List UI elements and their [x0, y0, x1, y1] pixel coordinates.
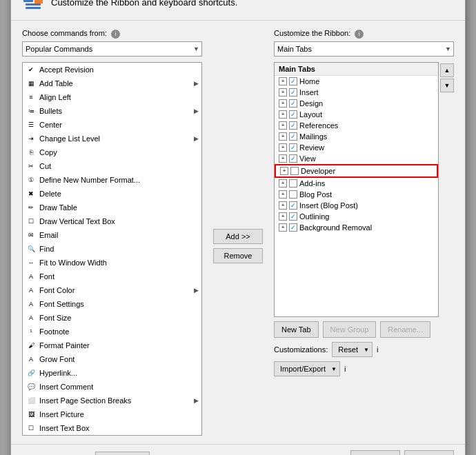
- expand-icon[interactable]: +: [279, 212, 287, 221]
- list-item-icon: ✉: [26, 230, 37, 241]
- list-item[interactable]: AFont Color▶: [23, 283, 201, 297]
- tree-item-checkbox[interactable]: [289, 110, 297, 119]
- expand-icon[interactable]: +: [279, 88, 287, 97]
- list-item[interactable]: ✔Accept Revision: [23, 63, 201, 77]
- expand-icon[interactable]: +: [279, 143, 287, 152]
- tree-item-checkbox[interactable]: [289, 132, 297, 141]
- tree-item[interactable]: +Developer: [275, 164, 438, 178]
- list-item-icon: ≔: [26, 105, 37, 117]
- tree-item[interactable]: +Review: [275, 142, 438, 153]
- remove-button[interactable]: Remove: [213, 248, 263, 263]
- tree-item[interactable]: +View: [275, 153, 438, 164]
- tree-item-checkbox[interactable]: [289, 212, 297, 221]
- tree-item[interactable]: +Mailings: [275, 131, 438, 142]
- tree-item[interactable]: +Home: [275, 76, 438, 87]
- tree-item-checkbox[interactable]: [289, 143, 297, 152]
- list-item[interactable]: ⬜Insert Page Section Breaks▶: [23, 394, 201, 407]
- list-item-icon: 🖌: [26, 340, 37, 351]
- list-item[interactable]: 🖌Format Painter: [23, 338, 201, 352]
- list-item[interactable]: ☐Draw Vertical Text Box: [23, 214, 201, 228]
- rename-button[interactable]: Rename...: [380, 321, 430, 338]
- left-list-box[interactable]: ✔Accept Revision▦Add Table▶≡Align Left≔B…: [22, 62, 202, 436]
- list-item[interactable]: 🔗Hyperlink...: [23, 366, 201, 380]
- ok-button[interactable]: OK: [350, 450, 400, 455]
- expand-icon[interactable]: +: [279, 121, 287, 130]
- list-item-label: Cut: [39, 162, 51, 170]
- new-group-button[interactable]: New Group: [323, 321, 377, 338]
- tree-item-checkbox[interactable]: [289, 121, 297, 130]
- list-item-icon: ☐: [26, 423, 37, 434]
- list-item[interactable]: ▦Add Table▶: [23, 77, 201, 90]
- list-item[interactable]: ↔Fit to Window Width: [23, 256, 201, 270]
- tree-item[interactable]: +Design: [275, 98, 438, 109]
- list-item[interactable]: ①Define New Number Format...: [23, 173, 201, 187]
- tree-item-checkbox[interactable]: [289, 88, 297, 97]
- expand-icon[interactable]: +: [279, 132, 287, 141]
- list-item[interactable]: ☐Insert Text Box: [23, 421, 201, 435]
- tree-item[interactable]: +Insert (Blog Post): [275, 200, 438, 211]
- list-item-arrow-icon: ▶: [194, 108, 199, 114]
- list-item[interactable]: AFont Settings: [23, 297, 201, 311]
- list-item[interactable]: ☰Center: [23, 118, 201, 132]
- scroll-up-button[interactable]: ▲: [440, 63, 454, 77]
- tree-item-checkbox[interactable]: [289, 223, 297, 232]
- import-export-button[interactable]: Import/Export ▼: [274, 361, 340, 376]
- list-item[interactable]: ✖Delete: [23, 187, 201, 201]
- tree-item-checkbox[interactable]: [289, 179, 297, 188]
- dialog-footer: Keyboard shortcuts: Customize... OK Canc…: [11, 444, 465, 455]
- customize-shortcuts-button[interactable]: Customize...: [95, 452, 150, 455]
- tree-item-checkbox[interactable]: [289, 77, 297, 85]
- cancel-button[interactable]: Cancel: [404, 450, 454, 455]
- tree-item[interactable]: +Blog Post: [275, 189, 438, 200]
- list-item[interactable]: ✂Cut: [23, 159, 201, 173]
- expand-icon[interactable]: +: [279, 154, 287, 163]
- list-item[interactable]: 🔍Find: [23, 242, 201, 256]
- import-export-arrow-icon: ▼: [331, 365, 337, 372]
- list-item[interactable]: 💬Insert Comment: [23, 380, 201, 394]
- list-item-icon: A: [26, 271, 37, 282]
- right-list-box[interactable]: Main Tabs+Home+Insert+Design+Layout+Refe…: [274, 62, 439, 317]
- scroll-down-button[interactable]: ▼: [440, 79, 454, 92]
- list-item[interactable]: ✏Draw Table: [23, 201, 201, 214]
- expand-icon[interactable]: +: [279, 110, 287, 119]
- tree-item-checkbox[interactable]: [289, 190, 297, 199]
- list-item[interactable]: ✉Email: [23, 228, 201, 242]
- list-item-label: Define New Number Format...: [39, 176, 140, 184]
- reset-button[interactable]: Reset ▼: [332, 342, 373, 357]
- list-item[interactable]: 🖼Insert Picture: [23, 407, 201, 421]
- left-dropdown[interactable]: Popular Commands: [22, 41, 202, 57]
- tree-item-checkbox[interactable]: [289, 99, 297, 108]
- list-item[interactable]: AGrow Font: [23, 352, 201, 366]
- tree-item-label: View: [299, 154, 316, 163]
- list-item[interactable]: AFont: [23, 270, 201, 283]
- expand-icon[interactable]: +: [279, 99, 287, 108]
- list-item[interactable]: ⎘Copy: [23, 145, 201, 159]
- tree-item-label: Design: [299, 99, 323, 108]
- tree-item-checkbox[interactable]: [290, 167, 299, 175]
- expand-icon[interactable]: +: [279, 179, 287, 188]
- tree-item[interactable]: +Background Removal: [275, 222, 438, 233]
- add-button[interactable]: Add >>: [213, 229, 263, 244]
- list-item[interactable]: ≔Bullets▶: [23, 104, 201, 118]
- list-item-icon: ⬜: [26, 395, 37, 406]
- list-item-icon: ①: [26, 174, 37, 185]
- tree-item-checkbox[interactable]: [289, 154, 297, 163]
- tree-item[interactable]: +Layout: [275, 109, 438, 120]
- list-item[interactable]: ≡Align Left: [23, 90, 201, 104]
- tree-item-checkbox[interactable]: [289, 201, 297, 210]
- list-item-icon: A: [26, 299, 37, 310]
- right-dropdown[interactable]: Main Tabs: [274, 41, 454, 57]
- expand-icon[interactable]: +: [279, 223, 287, 232]
- tree-item[interactable]: +References: [275, 120, 438, 131]
- expand-icon[interactable]: +: [279, 201, 287, 210]
- tree-item[interactable]: +Outlining: [275, 211, 438, 222]
- tree-item[interactable]: +Add-ins: [275, 178, 438, 189]
- list-item[interactable]: ¹Footnote: [23, 325, 201, 338]
- tree-item[interactable]: +Insert: [275, 87, 438, 98]
- new-tab-button[interactable]: New Tab: [274, 321, 319, 338]
- list-item[interactable]: AFont Size: [23, 311, 201, 325]
- expand-icon[interactable]: +: [279, 77, 287, 85]
- expand-icon[interactable]: +: [280, 167, 288, 175]
- expand-icon[interactable]: +: [279, 190, 287, 199]
- list-item[interactable]: ⇥Change List Level▶: [23, 132, 201, 145]
